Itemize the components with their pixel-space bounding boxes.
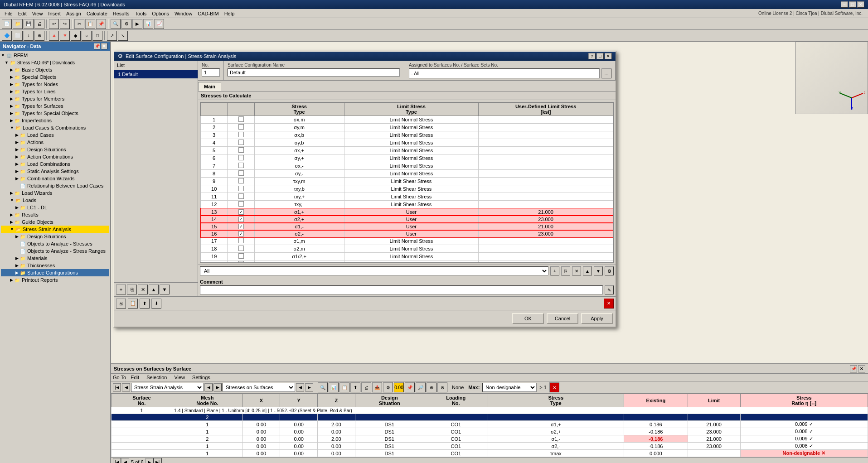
open-btn[interactable]: 📁: [13, 19, 23, 29]
ds-ss-arrow[interactable]: ▶: [15, 234, 19, 239]
mat-arrow[interactable]: ▶: [15, 256, 19, 260]
stress-checkbox[interactable]: [238, 147, 244, 153]
special-arrow[interactable]: ▶: [10, 75, 13, 79]
tb-btn3[interactable]: ✂: [74, 19, 84, 29]
stress-select[interactable]: Stresses on Surfaces: [223, 383, 295, 392]
maximize-btn[interactable]: □: [849, 1, 856, 8]
tb-btn6[interactable]: 🔍: [111, 19, 121, 29]
page-stress-prev[interactable]: ◀: [296, 383, 304, 391]
tb2-btn4[interactable]: ⊕: [34, 31, 44, 41]
rpg-next[interactable]: ▶: [145, 458, 154, 463]
lc1-arrow[interactable]: ▶: [15, 205, 19, 210]
nav-item-stress-strain[interactable]: ▼ 📂 Stress-Strain Analysis: [1, 226, 109, 233]
types-surfaces-arrow[interactable]: ▶: [10, 104, 13, 108]
nav-item-combo-wizards[interactable]: ▶ 📁 Combination Wizards: [1, 175, 109, 182]
filter-add-btn[interactable]: +: [550, 266, 559, 275]
redo-btn[interactable]: ↪: [60, 19, 70, 29]
design-sit-arrow[interactable]: ▶: [15, 147, 19, 152]
stress-checkbox[interactable]: [238, 116, 244, 122]
action-combo-arrow[interactable]: ▶: [15, 154, 19, 159]
res-tool-9[interactable]: 📌: [405, 382, 415, 392]
nav-item-types-members[interactable]: ▶ 📁 Types for Members: [1, 95, 109, 102]
tb-btn5[interactable]: 📌: [96, 19, 106, 29]
rpg-prev[interactable]: ◀: [121, 458, 129, 463]
menu-view[interactable]: View: [29, 10, 46, 17]
stress-checkbox[interactable]: [238, 170, 244, 176]
project-arrow[interactable]: ▼: [5, 60, 9, 65]
menu-insert[interactable]: Insert: [45, 10, 63, 17]
stress-checkbox[interactable]: [238, 253, 244, 259]
tb2-btn10[interactable]: ↗: [107, 31, 117, 41]
list-item-1[interactable]: 1 Default: [114, 70, 198, 78]
menu-options[interactable]: Options: [149, 10, 172, 17]
comment-btn[interactable]: ✎: [605, 285, 614, 294]
results-arrow[interactable]: ▶: [10, 212, 13, 217]
stress-table-container[interactable]: StressType Limit StressType User-Defined…: [200, 102, 614, 263]
dialog-maximize-btn[interactable]: □: [596, 53, 604, 59]
results-menu-edit[interactable]: Edit: [128, 375, 142, 380]
nav-item-load-combinations[interactable]: ▶ 📁 Load Combinations: [1, 160, 109, 168]
menu-file[interactable]: File: [2, 10, 15, 17]
list-down-btn[interactable]: ▼: [160, 285, 170, 294]
dialog-close-btn[interactable]: ✕: [605, 53, 612, 59]
nav-item-load-cases-combo[interactable]: ▼ 📂 Load Cases & Combinations: [1, 124, 109, 131]
results-close-btn[interactable]: ✕: [858, 365, 865, 372]
load-cases-combo-arrow[interactable]: ▼: [10, 125, 14, 130]
res-tool-3[interactable]: 📋: [339, 382, 349, 392]
load-combo-arrow[interactable]: ▶: [15, 162, 19, 166]
menu-tools[interactable]: Tools: [132, 10, 149, 17]
printout-arrow[interactable]: ▶: [10, 278, 13, 282]
tb-btn4[interactable]: 📋: [85, 19, 95, 29]
new-btn[interactable]: 📄: [2, 19, 12, 29]
stress-checkbox[interactable]: [238, 124, 244, 130]
nav-item-types-nodes[interactable]: ▶ 📁 Types for Nodes: [1, 81, 109, 88]
tb2-btn11[interactable]: ↘: [118, 31, 128, 41]
filter-up-btn[interactable]: ▲: [583, 266, 592, 275]
res-tool-11[interactable]: ⊕: [427, 382, 436, 392]
nav-item-types-surfaces[interactable]: ▶ 📁 Types for Surfaces: [1, 102, 109, 110]
menu-help[interactable]: Help: [222, 10, 238, 17]
tb2-btn2[interactable]: ⬜: [13, 31, 23, 41]
results-menu-selection[interactable]: Selection: [144, 375, 170, 380]
stress-checkbox[interactable]: [238, 224, 244, 229]
results-pin-btn[interactable]: 📌: [850, 365, 857, 372]
nav-item-design-situations[interactable]: ▶ 📁 Design Situations: [1, 146, 109, 153]
stress-checkbox[interactable]: [238, 231, 244, 236]
tb2-btn3[interactable]: ↕: [24, 31, 34, 41]
list-delete-btn[interactable]: ✕: [138, 285, 148, 294]
page-prev-btn[interactable]: ◀: [122, 383, 130, 391]
dlg-tb-btn4[interactable]: ⬇: [151, 299, 161, 309]
tb2-btn1[interactable]: 🔷: [2, 31, 12, 41]
analysis-select[interactable]: Stress-Strain Analysis: [131, 383, 204, 392]
stress-checkbox[interactable]: [238, 178, 244, 183]
list-copy-btn[interactable]: ⎘: [127, 285, 137, 294]
nav-item-printout[interactable]: ▶ 📁 Printout Reports: [1, 276, 109, 284]
types-members-arrow[interactable]: ▶: [10, 96, 13, 101]
nav-item-materials[interactable]: ▶ 📁 Materials: [1, 255, 109, 262]
comment-input[interactable]: [200, 285, 603, 294]
res-tool-10[interactable]: 🔎: [416, 382, 426, 392]
no-input[interactable]: [202, 68, 220, 77]
nav-item-static-analysis[interactable]: ▶ 📁 Static Analysis Settings: [1, 168, 109, 175]
menu-edit[interactable]: Edit: [15, 10, 29, 17]
nav-item-actions[interactable]: ▶ 📁 Actions: [1, 139, 109, 146]
res-tool-1[interactable]: 🔍: [318, 382, 328, 392]
nav-item-objects-stresses[interactable]: ▶ 📄 Objects to Analyze - Stresses: [1, 240, 109, 247]
types-nodes-arrow[interactable]: ▶: [10, 82, 13, 87]
nav-item-imperfections[interactable]: ▶ 📁 Imperfections: [1, 117, 109, 124]
types-special-arrow[interactable]: ▶: [10, 111, 13, 116]
filter-down-btn[interactable]: ▼: [594, 266, 603, 275]
stress-checkbox[interactable]: [238, 140, 244, 145]
res-tool-12[interactable]: ⊗: [437, 382, 447, 392]
stress-checkbox[interactable]: [238, 201, 244, 207]
menu-calculate[interactable]: Calculate: [84, 10, 110, 17]
rpg-first[interactable]: |◀: [113, 458, 121, 463]
tb2-btn5[interactable]: 🔺: [49, 31, 59, 41]
assigned-input[interactable]: [409, 68, 600, 78]
nav-item-load-cases[interactable]: ▶ 📁 Load Cases: [1, 131, 109, 139]
res-tool-7[interactable]: ⚙: [383, 382, 393, 392]
res-tool-2[interactable]: 📊: [329, 382, 339, 392]
nav-item-thicknesses[interactable]: ▶ 📁 Thicknesses: [1, 262, 109, 269]
tb-btn9[interactable]: 📊: [143, 19, 153, 29]
tb-btn8[interactable]: ▶: [132, 19, 142, 29]
